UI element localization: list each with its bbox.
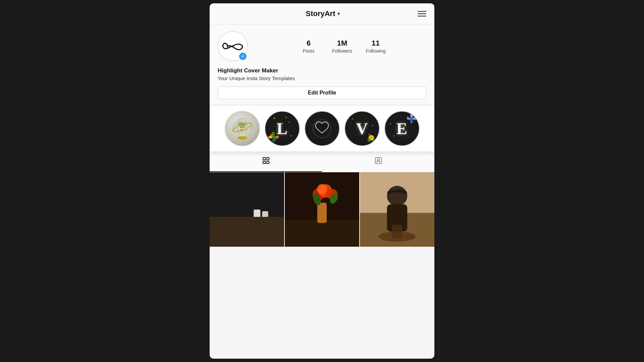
svg-rect-30 <box>267 161 269 164</box>
highlight-circle-l: L <box>265 111 300 146</box>
tabs-section <box>210 152 434 172</box>
svg-point-53 <box>387 186 408 206</box>
posts-count: 6 <box>297 39 320 48</box>
person-tag-icon <box>374 157 382 167</box>
svg-point-23 <box>410 114 413 117</box>
svg-rect-27 <box>263 158 265 160</box>
following-label: Following <box>364 48 387 54</box>
svg-point-24 <box>410 120 413 123</box>
svg-rect-33 <box>210 172 284 247</box>
svg-rect-43 <box>285 220 359 247</box>
svg-text:World: World <box>239 126 245 128</box>
svg-rect-56 <box>392 225 402 238</box>
highlights-section: The World <box>210 105 434 152</box>
photo-girl-scene <box>360 172 434 247</box>
highlight-circle-e: E <box>384 111 420 146</box>
svg-point-19 <box>370 137 372 139</box>
posts-label: Posts <box>297 48 320 54</box>
svg-rect-34 <box>210 220 284 247</box>
highlight-circle-v: V <box>344 111 380 146</box>
hamburger-line-3 <box>418 16 426 16</box>
following-count: 11 <box>364 39 387 48</box>
svg-point-48 <box>317 184 327 194</box>
brand-logo-icon <box>222 41 244 52</box>
highlight-letter-l: L <box>277 119 287 138</box>
svg-point-37 <box>232 219 236 222</box>
stats-row: 6 Posts 1M Followers 11 Following <box>258 39 426 54</box>
grid-icon <box>262 157 270 167</box>
svg-rect-40 <box>254 209 260 223</box>
add-story-button[interactable]: + <box>238 52 247 61</box>
stat-following[interactable]: 11 Following <box>364 39 387 54</box>
followers-label: Followers <box>330 48 354 54</box>
globe-icon: The World <box>229 115 256 142</box>
blue-flower-icon <box>406 113 418 125</box>
photo-dark-table <box>210 172 284 247</box>
svg-point-25 <box>407 117 410 120</box>
photo-cell-2[interactable] <box>285 172 359 247</box>
edit-profile-button[interactable]: Edit Profile <box>218 86 426 99</box>
stat-followers[interactable]: 1M Followers <box>330 39 354 54</box>
profile-top-row: + 6 Posts 1M Followers 11 Following <box>218 31 426 61</box>
photo-flowers-scene <box>285 172 359 247</box>
profile-name: Highlight Cover Maker <box>218 67 426 74</box>
svg-point-35 <box>226 218 248 226</box>
photo-cell-1[interactable] <box>210 172 284 247</box>
phone-frame: StoryArt ▾ + <box>210 3 434 359</box>
svg-point-32 <box>377 159 379 161</box>
photos-grid <box>210 172 434 359</box>
photo-cell-3[interactable] <box>360 172 434 247</box>
avatar-wrapper: + <box>218 31 248 61</box>
app-title: StoryArt <box>306 9 335 18</box>
svg-point-26 <box>413 117 416 120</box>
highlight-item-e[interactable]: E <box>384 111 420 146</box>
highlight-item-v[interactable]: V <box>344 111 380 146</box>
svg-point-39 <box>238 219 242 223</box>
svg-rect-29 <box>263 161 265 164</box>
profile-section: + 6 Posts 1M Followers 11 Following <box>210 24 434 105</box>
svg-point-36 <box>227 218 246 225</box>
svg-point-14 <box>270 134 273 136</box>
hamburger-line-1 <box>418 11 426 12</box>
header-title-group[interactable]: StoryArt ▾ <box>306 9 339 18</box>
tab-grid[interactable] <box>210 152 322 172</box>
highlight-letter-v: V <box>356 119 368 138</box>
highlight-letter-e: E <box>396 119 407 138</box>
highlight-circle-globe: The World <box>225 111 260 146</box>
svg-point-11 <box>272 138 275 142</box>
hamburger-menu-button[interactable] <box>418 11 426 16</box>
app-header: StoryArt ▾ <box>210 3 434 24</box>
heart-icon <box>312 119 332 139</box>
svg-rect-28 <box>267 158 269 160</box>
stat-posts[interactable]: 6 Posts <box>297 39 320 54</box>
svg-rect-44 <box>317 203 327 223</box>
highlight-item-l[interactable]: L <box>265 111 300 146</box>
svg-point-22 <box>410 117 413 120</box>
svg-point-16 <box>313 120 331 138</box>
plus-icon: + <box>241 54 244 59</box>
hamburger-line-2 <box>418 13 426 14</box>
svg-point-38 <box>235 218 239 222</box>
highlight-circle-heart <box>305 111 340 146</box>
profile-bio: Your Unique Insta Story Templates <box>218 75 426 81</box>
highlight-item-heart[interactable] <box>305 111 340 146</box>
followers-count: 1M <box>330 39 354 48</box>
svg-point-15 <box>275 138 277 140</box>
tab-tagged[interactable] <box>322 152 434 172</box>
chevron-down-icon: ▾ <box>337 11 340 16</box>
svg-rect-41 <box>262 211 268 223</box>
profile-info: Highlight Cover Maker Your Unique Insta … <box>218 67 426 81</box>
highlight-item-globe[interactable]: The World <box>225 111 260 146</box>
